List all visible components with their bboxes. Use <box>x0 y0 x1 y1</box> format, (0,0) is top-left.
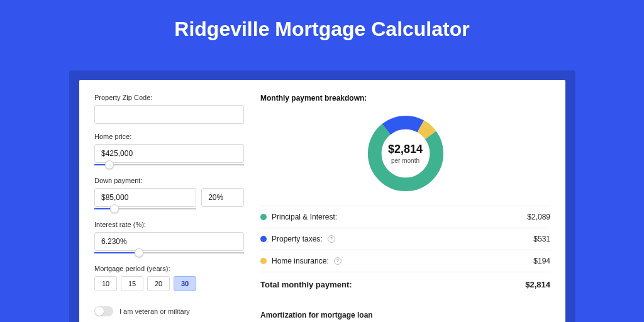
legend-label: Property taxes: <box>272 235 323 243</box>
zip-input[interactable] <box>94 105 244 124</box>
interest-input[interactable] <box>94 232 244 251</box>
total-label: Total monthly payment: <box>260 280 352 289</box>
period-option-20[interactable]: 20 <box>147 276 170 291</box>
period-field: Mortgage period (years): 10152030 <box>94 265 244 291</box>
legend-dot-icon <box>260 258 267 264</box>
legend-row: Home insurance:?$194 <box>260 250 550 272</box>
legend-row: Principal & Interest:$2,089 <box>260 206 550 228</box>
toggle-knob <box>95 307 104 316</box>
legend: Principal & Interest:$2,089Property taxe… <box>260 206 550 272</box>
legend-row: Property taxes:?$531 <box>260 228 550 250</box>
breakdown-column: Monthly payment breakdown: $2,814 per mo… <box>260 94 550 322</box>
down-payment-input[interactable] <box>94 188 196 207</box>
down-payment-pct-input[interactable] <box>201 188 244 207</box>
period-option-15[interactable]: 15 <box>121 276 143 291</box>
legend-value: $2,089 <box>527 213 550 221</box>
down-payment-field: Down payment: <box>94 177 244 212</box>
interest-field: Interest rate (%): <box>94 221 244 256</box>
app-root: Ridgeville Mortgage Calculator Property … <box>0 0 644 322</box>
down-payment-slider[interactable] <box>94 206 196 212</box>
veteran-toggle[interactable] <box>94 306 113 316</box>
legend-label: Principal & Interest: <box>272 213 337 221</box>
legend-value: $531 <box>533 235 550 243</box>
legend-dot-icon <box>260 214 267 220</box>
interest-label: Interest rate (%): <box>94 221 244 228</box>
donut-wrap: $2,814 per month <box>260 106 550 206</box>
amortization-heading: Amortization for mortgage loan <box>260 304 550 319</box>
home-price-field: Home price: <box>94 133 244 168</box>
slider-fill <box>94 252 139 253</box>
period-option-10[interactable]: 10 <box>94 276 117 291</box>
donut-center: $2,814 per month <box>365 113 447 194</box>
slider-track <box>94 164 244 165</box>
home-price-slider[interactable] <box>94 162 244 168</box>
page-title: Ridgeville Mortgage Calculator <box>0 0 644 41</box>
home-price-input[interactable] <box>94 144 244 163</box>
legend-label: Home insurance: <box>272 257 329 265</box>
payment-donut-chart: $2,814 per month <box>365 113 447 194</box>
down-payment-label: Down payment: <box>94 177 244 184</box>
calculator-card: Property Zip Code: Home price: Down paym… <box>79 80 565 322</box>
donut-amount: $2,814 <box>388 143 423 156</box>
legend-left: Property taxes:? <box>260 235 335 243</box>
veteran-label: I am veteran or military <box>119 308 190 315</box>
legend-left: Principal & Interest: <box>260 213 337 221</box>
veteran-row: I am veteran or military <box>94 306 244 316</box>
total-row: Total monthly payment: $2,814 <box>260 272 550 301</box>
zip-label: Property Zip Code: <box>94 94 244 101</box>
donut-sub: per month <box>391 157 419 164</box>
legend-left: Home insurance:? <box>260 257 341 265</box>
legend-value: $194 <box>533 257 550 265</box>
slider-thumb[interactable] <box>110 204 119 213</box>
info-icon[interactable]: ? <box>328 235 335 243</box>
interest-slider[interactable] <box>94 250 244 256</box>
info-icon[interactable]: ? <box>334 257 341 265</box>
period-label: Mortgage period (years): <box>94 265 244 272</box>
slider-thumb[interactable] <box>135 248 143 257</box>
zip-field: Property Zip Code: <box>94 94 244 124</box>
total-value: $2,814 <box>525 280 550 289</box>
form-column: Property Zip Code: Home price: Down paym… <box>94 94 244 322</box>
breakdown-heading: Monthly payment breakdown: <box>260 94 550 103</box>
slider-thumb[interactable] <box>105 160 114 169</box>
legend-dot-icon <box>260 236 267 242</box>
period-option-30[interactable]: 30 <box>174 276 196 291</box>
home-price-label: Home price: <box>94 133 244 140</box>
period-options: 10152030 <box>94 276 244 291</box>
